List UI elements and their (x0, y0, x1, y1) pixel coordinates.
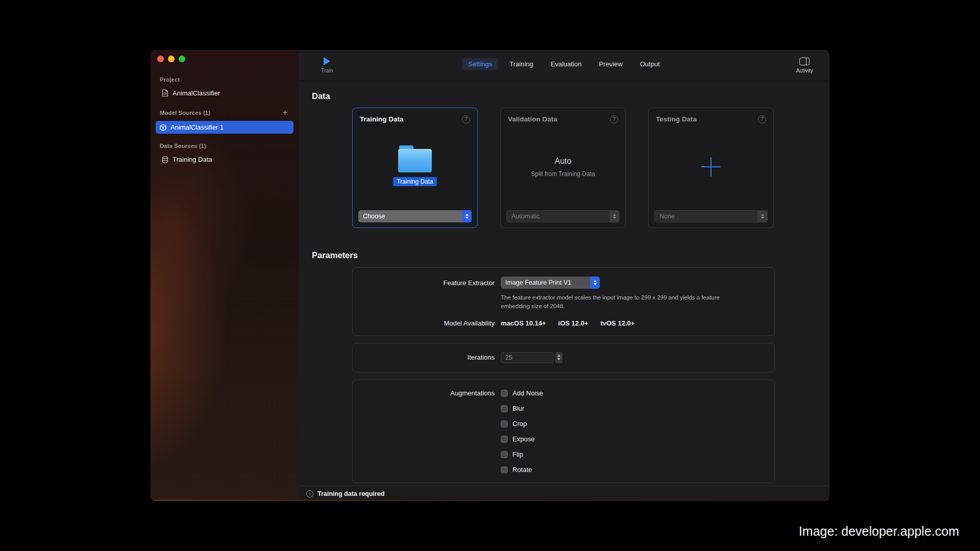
checkbox-label: Flip (512, 450, 523, 458)
activity-button[interactable]: Activity (796, 58, 813, 73)
checkbox-flip[interactable] (501, 451, 508, 458)
status-bar: i Training data required (299, 486, 829, 501)
tab-settings[interactable]: Settings (462, 58, 498, 70)
checkbox-expose[interactable] (501, 436, 508, 443)
activity-label: Activity (796, 67, 813, 73)
checkbox-blur[interactable] (501, 405, 508, 412)
data-cards: Training Data ? Training Data Choose (352, 108, 829, 228)
zoom-window-button[interactable] (179, 56, 185, 62)
augmentation-option-blur: Blur (501, 404, 774, 413)
close-window-button[interactable] (157, 56, 164, 62)
augmentation-option-add-noise: Add Noise (501, 389, 774, 398)
checkbox-crop[interactable] (501, 420, 508, 428)
minimize-window-button[interactable] (168, 56, 175, 62)
iterations-box: Iterations 25 (352, 343, 775, 372)
dropdown-value: None (655, 213, 675, 220)
train-label: Train (321, 67, 333, 73)
checkbox-label: Blur (512, 405, 524, 412)
sidebar-item-data-source[interactable]: Training Data (158, 153, 291, 166)
model-availability-values: macOS 10.14+ iOS 12.0+ tvOS 12.0+ (501, 319, 774, 327)
augmentation-option-expose: Expose (501, 435, 774, 444)
createml-window: Project AnimalClassifier Model Sources (… (151, 50, 829, 501)
add-testing-data-icon[interactable] (701, 157, 721, 177)
model-availability-label: Model Availability (353, 319, 495, 327)
sidebar-section-project: Project (158, 74, 291, 85)
availability-macos: macOS 10.14+ (501, 319, 546, 327)
help-icon[interactable]: ? (610, 115, 618, 123)
train-button[interactable]: Train (321, 57, 333, 73)
training-data-badge: Training Data (393, 177, 437, 186)
chevron-up-down-icon (590, 277, 600, 289)
training-data-choose-dropdown[interactable]: Choose (358, 210, 472, 222)
data-heading: Data (312, 91, 829, 101)
checkbox-label: Rotate (512, 466, 532, 473)
augmentations-box: Augmentations Add Noise Blur Crop (352, 380, 775, 483)
image-credit-caption: Image: developer.apple.com (799, 524, 959, 539)
validation-auto-label: Auto (555, 157, 572, 166)
tab-preview[interactable]: Preview (593, 58, 628, 70)
document-icon (162, 89, 168, 97)
checkbox-label: Add Noise (512, 389, 543, 397)
database-icon (162, 156, 168, 163)
folder-icon (398, 149, 432, 172)
training-data-card[interactable]: Training Data ? Training Data Choose (352, 108, 478, 228)
settings-content: Data Training Data ? Training Data (299, 81, 829, 486)
sidebar-item-label: Training Data (173, 156, 212, 163)
window-bottom-edge (151, 499, 829, 501)
checkbox-label: Crop (512, 420, 527, 428)
availability-ios: iOS 12.0+ (558, 319, 589, 327)
sidebar-item-model-source[interactable]: AnimalClassifier 1 (156, 121, 293, 134)
dropdown-value: Automatic (507, 213, 540, 220)
validation-data-card[interactable]: Validation Data ? Auto Split from Traini… (500, 108, 626, 228)
chevron-up-down-icon (462, 210, 472, 222)
iterations-label: Iterations (353, 354, 495, 361)
sidebar-section-label: Data Sources (1) (160, 143, 206, 149)
card-title: Training Data (360, 115, 404, 123)
main-pane: Train Settings Training Evaluation Previ… (299, 50, 829, 501)
traffic-lights (157, 56, 185, 62)
testing-data-card[interactable]: Testing Data ? None (648, 108, 774, 228)
card-title: Testing Data (656, 115, 697, 123)
tab-bar: Settings Training Evaluation Preview Out… (462, 58, 666, 70)
activity-panel-icon (799, 58, 810, 65)
availability-tvos: tvOS 12.0+ (600, 319, 634, 327)
augmentation-option-rotate: Rotate (501, 465, 774, 474)
testing-data-dropdown[interactable]: None (654, 210, 768, 222)
augmentations-list: Add Noise Blur Crop Expose (501, 389, 774, 474)
validation-data-dropdown[interactable]: Automatic (506, 210, 620, 222)
feature-extractor-description: The feature extractor model scales the i… (501, 293, 720, 311)
sidebar-item-label: AnimalClassifier 1 (170, 123, 224, 131)
add-model-source-button[interactable]: + (281, 109, 289, 117)
tab-training[interactable]: Training (503, 58, 539, 70)
sidebar-section-model-sources: Model Sources (1) + (158, 107, 291, 119)
toolbar: Train Settings Training Evaluation Previ… (299, 50, 829, 81)
augmentations-label: Augmentations (353, 389, 495, 397)
info-icon: i (306, 490, 313, 497)
status-message: Training data required (317, 490, 384, 497)
chevron-up-down-icon (757, 211, 767, 222)
sidebar-section-data-sources: Data Sources (1) (158, 141, 291, 151)
card-title: Validation Data (508, 115, 557, 123)
sidebar: Project AnimalClassifier Model Sources (… (151, 50, 299, 501)
checkbox-label: Expose (512, 435, 534, 443)
iterations-stepper[interactable] (555, 352, 562, 363)
model-cube-icon (160, 124, 166, 131)
help-icon[interactable]: ? (462, 115, 470, 123)
iterations-input[interactable]: 25 (501, 352, 554, 363)
parameters-heading: Parameters (312, 251, 829, 260)
dropdown-value: Image Feature Print V1 (501, 279, 571, 286)
tab-evaluation[interactable]: Evaluation (545, 58, 588, 70)
chevron-up-down-icon (609, 211, 619, 222)
feature-extractor-box: Feature Extractor Image Feature Print V1… (352, 267, 775, 336)
sidebar-section-label: Project (160, 77, 180, 83)
feature-extractor-dropdown[interactable]: Image Feature Print V1 (501, 277, 600, 289)
augmentation-option-crop: Crop (501, 419, 774, 429)
sidebar-item-label: AnimalClassifier (173, 89, 220, 97)
help-icon[interactable]: ? (758, 115, 766, 123)
play-icon (324, 57, 330, 65)
checkbox-rotate[interactable] (501, 466, 508, 473)
feature-extractor-label: Feature Extractor (353, 279, 495, 287)
sidebar-item-project[interactable]: AnimalClassifier (158, 87, 291, 99)
checkbox-add-noise[interactable] (501, 390, 508, 397)
tab-output[interactable]: Output (634, 58, 666, 70)
